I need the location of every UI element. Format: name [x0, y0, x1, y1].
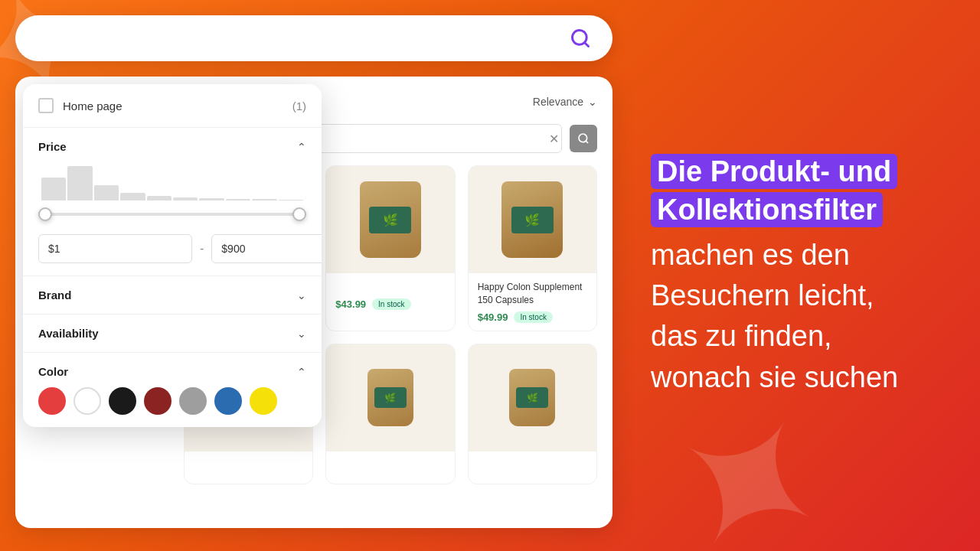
product-card[interactable]: 🌿: [325, 344, 455, 485]
search-icon: [570, 28, 591, 49]
product-footer: $49.99 In stock: [478, 311, 587, 323]
availability-chevron-down-icon: ⌄: [297, 328, 306, 340]
product-image: 🌿: [469, 344, 596, 452]
price-section-header[interactable]: Price ⌃: [38, 140, 306, 153]
filter-header-left: Home page: [38, 98, 122, 113]
product-info: [469, 452, 596, 484]
product-image: 🌿: [326, 344, 454, 452]
search-bar: [15, 15, 612, 61]
product-name: [335, 459, 445, 472]
price-section: Price ⌃: [23, 128, 322, 276]
color-section-header[interactable]: Color ⌃: [38, 365, 306, 378]
histogram-bar: [279, 200, 303, 201]
range-track: [38, 213, 306, 216]
product-bag: 🌿: [501, 181, 563, 258]
shop-area: RESULTS Relevance ⌄ ✕: [15, 77, 612, 528]
filter-panel: Home page (1) Price ⌃: [23, 84, 322, 427]
product-bag: 🌿: [360, 181, 421, 258]
product-card[interactable]: 🌿 $43.99 In stock: [325, 165, 455, 331]
product-info: Happy Colon Supplement 150 Capsules $49.…: [469, 273, 596, 331]
product-bag: 🌿: [509, 369, 555, 426]
availability-section: Availability ⌄: [23, 315, 322, 353]
product-footer: $43.99 In stock: [335, 298, 445, 310]
histogram-bar: [41, 178, 66, 201]
product-name: [194, 459, 303, 472]
promo-subtext: machen es den Besuchern leicht, das zu f…: [651, 235, 949, 398]
color-swatch-yellow[interactable]: [250, 387, 277, 415]
color-section-title: Color: [38, 365, 68, 378]
histogram-bar: [252, 199, 276, 201]
product-name: [478, 459, 587, 472]
svg-line-3: [586, 141, 588, 143]
histogram-bar: [199, 198, 224, 201]
product-card[interactable]: 🌿: [468, 344, 597, 485]
product-info: [185, 452, 312, 484]
price-range-slider[interactable]: [38, 207, 306, 222]
svg-point-2: [579, 134, 587, 142]
range-thumb-max[interactable]: [292, 207, 306, 221]
product-name: [335, 281, 445, 294]
product-card[interactable]: 🌿 Happy Colon Supplement 150 Capsules $4…: [468, 165, 597, 331]
price-histogram: [38, 162, 306, 201]
availability-section-header[interactable]: Availability ⌄: [38, 327, 306, 340]
color-section: Color ⌃: [23, 353, 322, 427]
price-min-input[interactable]: [38, 234, 192, 263]
left-panel: RESULTS Relevance ⌄ ✕: [0, 0, 628, 551]
right-panel: Die Produkt- und Kollektionsfilter mache…: [628, 0, 980, 551]
color-chevron-up-icon: ⌃: [297, 366, 306, 378]
histogram-bar: [173, 197, 198, 201]
brand-section-title: Brand: [38, 289, 71, 302]
product-info: $43.99 In stock: [326, 273, 454, 318]
product-image: 🌿: [326, 166, 454, 273]
product-price: $43.99: [335, 298, 366, 310]
product-bag-label: 🌿: [511, 207, 554, 233]
leaf-icon: 🌿: [383, 213, 398, 227]
histogram-bar: [94, 185, 119, 201]
home-page-checkbox[interactable]: [38, 98, 54, 113]
price-separator: -: [200, 242, 204, 256]
product-bag-label: 🌿: [516, 387, 548, 408]
color-swatch-red[interactable]: [38, 387, 66, 415]
range-thumb-min[interactable]: [38, 207, 52, 221]
histogram-bar: [67, 166, 92, 201]
color-swatch-white[interactable]: [74, 387, 101, 415]
home-page-label: Home page: [63, 99, 122, 112]
product-bag-label: 🌿: [374, 387, 407, 408]
main-layout: RESULTS Relevance ⌄ ✕: [0, 0, 980, 551]
leaf-icon: 🌿: [384, 393, 396, 403]
leaf-icon: 🌿: [527, 393, 538, 403]
histogram-bar: [120, 193, 145, 201]
color-swatch-dark-red[interactable]: [144, 387, 172, 415]
color-swatches: [38, 387, 306, 415]
in-stock-badge: In stock: [372, 298, 410, 310]
availability-section-title: Availability: [38, 327, 99, 340]
histogram-bar: [226, 199, 250, 201]
price-section-title: Price: [38, 140, 67, 153]
price-inputs: -: [38, 234, 306, 263]
color-swatch-blue[interactable]: [214, 387, 242, 415]
product-bag: 🌿: [368, 369, 413, 426]
home-page-count: (1): [292, 99, 306, 112]
product-bag-label: 🌿: [369, 207, 411, 233]
color-swatch-black[interactable]: [109, 387, 136, 415]
product-price: $49.99: [478, 311, 508, 323]
sort-select[interactable]: Relevance ⌄: [533, 96, 597, 108]
promo-highlight-2: Kollektionsfilter: [651, 192, 883, 227]
product-name: Happy Colon Supplement 150 Capsules: [478, 281, 587, 307]
brand-section-header[interactable]: Brand ⌄: [38, 289, 306, 302]
search-submit-icon: [577, 132, 590, 145]
search-button[interactable]: [564, 21, 597, 55]
brand-section: Brand ⌄: [23, 276, 322, 315]
product-info: [326, 452, 454, 484]
color-swatch-gray[interactable]: [179, 387, 207, 415]
promo-text: Die Produkt- und Kollektionsfilter: [651, 153, 949, 229]
price-max-input[interactable]: [211, 234, 322, 263]
clear-search-button[interactable]: ✕: [549, 132, 559, 146]
price-chevron-up-icon: ⌃: [297, 141, 306, 153]
promo-highlight-1: Die Produkt- und: [651, 154, 897, 189]
svg-line-1: [584, 42, 588, 46]
brand-chevron-down-icon: ⌄: [297, 289, 306, 302]
search-submit-button[interactable]: [570, 125, 597, 152]
leaf-icon: 🌿: [524, 213, 540, 227]
product-image: 🌿: [469, 166, 596, 273]
